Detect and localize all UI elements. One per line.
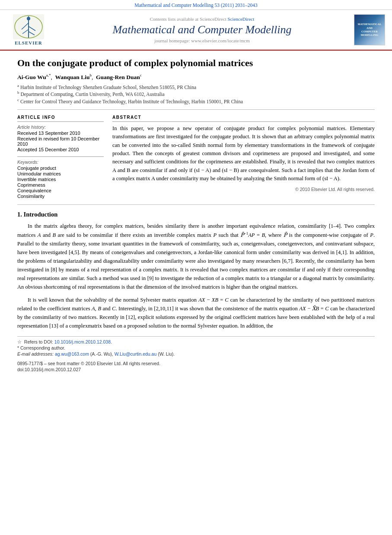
journal-citation: Mathematical and Computer Modelling 53 (… — [134, 3, 257, 8]
keywords-divider — [17, 156, 104, 157]
author-1: Ai-Guo Wu — [17, 74, 46, 80]
journal-center: Contents lists available at ScienceDirec… — [50, 16, 354, 43]
keyword-6: Consimilarity — [17, 194, 104, 199]
keyword-1: Conjugate product — [17, 166, 104, 171]
keyword-3: Invertible matrices — [17, 177, 104, 182]
copyright-notice: © 2010 Elsevier Ltd. All rights reserved… — [112, 187, 375, 192]
bottom-note-area: 0895-7177/$ – see front matter © 2010 El… — [17, 361, 375, 372]
keyword-5: Conequivalence — [17, 188, 104, 193]
article-info-divider — [17, 121, 104, 122]
section-1-heading: 1. Introduction — [17, 211, 375, 218]
history-label: Article history: — [17, 124, 104, 130]
abstract-divider — [112, 121, 375, 122]
footnote-emails: E-mail addresses: ag.wu@163.com (A.-G. W… — [17, 351, 375, 357]
article-info-col: ARTICLE INFO Article history: Received 1… — [17, 115, 104, 199]
elsevier-logo: ✦ ELSEVIER — [7, 14, 50, 45]
recently-text: Recently — [99, 314, 118, 320]
top-journal-bar: Mathematical and Computer Modelling 53 (… — [0, 0, 392, 10]
article-area: On the conjugate product of complex poly… — [0, 51, 392, 382]
affiliation-a: a Harbin Institute of Technology Shenzhe… — [17, 83, 375, 90]
keyword-4: Coprimeness — [17, 182, 104, 188]
journal-title: Mathematical and Computer Modelling — [50, 23, 354, 36]
divider-1 — [17, 109, 375, 110]
footnote-area: ☆ Refers to DOI: 10.1016/j.mcm.2010.12.0… — [17, 336, 375, 357]
journal-homepage: journal homepage: www.elsevier.com/locat… — [50, 38, 354, 43]
two-col-section: ARTICLE INFO Article history: Received 1… — [17, 115, 375, 199]
body-paragraph-1: In the matrix algebra theory, for comple… — [17, 222, 375, 291]
doi-line: doi:10.1016/j.mcm.2010.12.027 — [17, 367, 375, 372]
svg-text:✦: ✦ — [28, 16, 29, 18]
article-info-label: ARTICLE INFO — [17, 115, 104, 120]
journal-cover-image: MATHEMATICALANDCOMPUTERMODELLING — [354, 14, 385, 45]
science-direct-link: Contents lists available at ScienceDirec… — [50, 16, 354, 22]
issn-line: 0895-7177/$ – see front matter © 2010 El… — [17, 361, 375, 366]
received-date: Received 13 September 2010 — [17, 131, 104, 136]
abstract-label: ABSTRACT — [112, 115, 375, 120]
author-2: Wanquan Liu — [55, 74, 90, 80]
footnote-corresponding: * Corresponding author. — [17, 345, 375, 350]
author-3: Guang-Ren Duan — [96, 74, 140, 80]
article-title: On the conjugate product of complex poly… — [17, 57, 375, 69]
affiliation-b: b Department of Computing, Curtin Univer… — [17, 90, 375, 97]
footnote-doi-ref: ☆ Refers to DOI: 10.1016/j.mcm.2010.12.0… — [17, 339, 375, 344]
affiliation-c: c Center for Control Theory and Guidance… — [17, 98, 375, 104]
elsevier-brand-text: ELSEVIER — [15, 40, 42, 45]
keyword-2: Unimodular matrices — [17, 171, 104, 176]
authors-line: Ai-Guo Wua,*, Wanquan Liub, Guang-Ren Du… — [17, 73, 375, 81]
sciencedirect-link[interactable]: ScienceDirect — [228, 16, 255, 22]
body-paragraph-2: It is well known that the solvability of… — [17, 296, 375, 330]
keywords-label: Keywords: — [17, 159, 104, 165]
revised-date: Received in revised form 10 December 201… — [17, 136, 104, 146]
keywords-section: Keywords: Conjugate product Unimodular m… — [17, 156, 104, 199]
elsevier-tree-icon: ✦ — [13, 14, 44, 39]
accepted-date: Accepted 15 December 2010 — [17, 147, 104, 152]
abstract-col: ABSTRACT In this paper, we propose a new… — [112, 115, 375, 199]
divider-2 — [17, 204, 375, 205]
abstract-text: In this paper, we propose a new operator… — [112, 124, 375, 183]
journal-header: ✦ ELSEVIER Contents lists available at S… — [0, 10, 392, 51]
